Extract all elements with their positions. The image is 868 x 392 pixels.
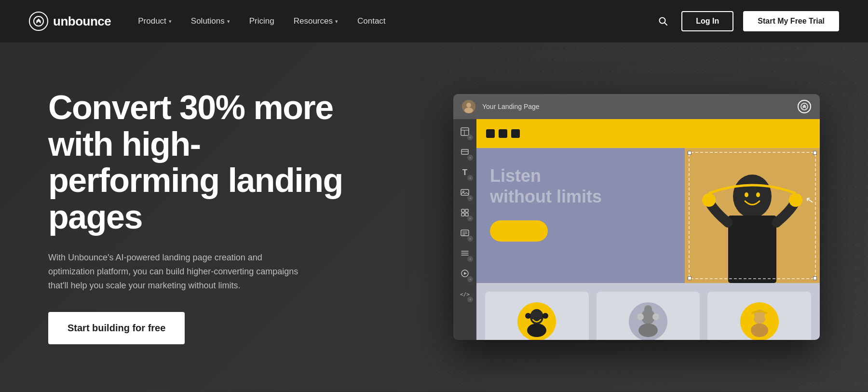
svg-rect-15 xyxy=(461,213,464,216)
svg-point-47 xyxy=(749,313,755,319)
svg-rect-13 xyxy=(461,209,464,212)
svg-point-35 xyxy=(527,324,546,337)
card-avatar-3 xyxy=(740,302,779,340)
lp-image-area xyxy=(685,148,820,283)
builder-body: + + T + xyxy=(453,119,820,340)
svg-point-3 xyxy=(466,103,471,108)
svg-rect-11 xyxy=(461,189,469,195)
selection-handle-bl xyxy=(688,276,692,280)
svg-rect-9 xyxy=(461,149,468,154)
lp-card-1 xyxy=(485,292,589,340)
logo-icon xyxy=(29,12,48,31)
chevron-down-icon: ▾ xyxy=(227,18,230,25)
lp-cards-row xyxy=(476,283,820,340)
svg-point-40 xyxy=(638,324,658,337)
lp-dot-2 xyxy=(499,129,507,138)
selection-handle-tr xyxy=(813,151,817,155)
lp-headline: Listen without limits xyxy=(490,165,671,207)
selection-handle-br xyxy=(813,276,817,280)
card-avatar-2 xyxy=(629,302,667,340)
nav-links: Product ▾ Solutions ▾ Pricing Resources … xyxy=(130,13,393,30)
nav-link-pricing[interactable]: Pricing xyxy=(242,13,282,30)
svg-point-41 xyxy=(644,305,652,313)
nav-link-contact[interactable]: Contact xyxy=(350,13,393,30)
hero-description: With Unbounce's AI-powered landing page … xyxy=(48,251,309,292)
image-selection-box xyxy=(689,152,816,279)
lp-cta-button[interactable] xyxy=(490,220,548,242)
logo[interactable]: unbounce xyxy=(29,12,111,31)
tool-video[interactable]: + xyxy=(456,265,474,283)
tool-form[interactable]: + xyxy=(456,224,474,243)
nav-link-product[interactable]: Product ▾ xyxy=(130,13,179,30)
tool-section[interactable]: + xyxy=(456,143,474,162)
navbar: unbounce Product ▾ Solutions ▾ Pricing R… xyxy=(0,0,868,42)
hero-section: Convert 30% more with high-performing la… xyxy=(0,42,868,392)
lp-yellow-bar xyxy=(476,119,820,148)
window-title: Your Landing Page xyxy=(482,103,791,110)
window-logo-icon xyxy=(798,100,811,113)
svg-marker-25 xyxy=(464,272,467,275)
svg-point-48 xyxy=(764,313,770,319)
lp-dot-1 xyxy=(486,129,495,138)
card-avatar-1 xyxy=(517,302,556,340)
window-titlebar: Your Landing Page xyxy=(453,94,820,119)
tool-code[interactable]: </> + xyxy=(456,285,474,303)
chevron-down-icon: ▾ xyxy=(169,18,172,25)
svg-point-42 xyxy=(637,313,644,320)
logo-wordmark: unbounce xyxy=(53,14,111,29)
login-button[interactable]: Log In xyxy=(681,11,733,31)
svg-point-4 xyxy=(464,108,473,113)
svg-point-46 xyxy=(751,324,768,337)
search-button[interactable] xyxy=(654,13,672,30)
svg-point-43 xyxy=(652,313,659,320)
svg-point-37 xyxy=(542,313,548,319)
tool-widget[interactable]: + xyxy=(456,204,474,222)
nav-right: Log In Start My Free Trial xyxy=(654,11,839,31)
nav-link-resources[interactable]: Resources ▾ xyxy=(286,13,346,30)
svg-point-36 xyxy=(525,313,531,319)
start-free-button[interactable]: Start building for free xyxy=(48,312,185,344)
lp-dot-3 xyxy=(511,129,520,138)
nav-left: unbounce Product ▾ Solutions ▾ Pricing R… xyxy=(29,12,393,31)
chevron-down-icon: ▾ xyxy=(335,18,338,25)
svg-rect-14 xyxy=(465,209,468,212)
tool-text[interactable]: T + xyxy=(456,163,474,182)
tool-nav[interactable]: + xyxy=(456,244,474,263)
tool-image[interactable]: + xyxy=(456,184,474,202)
builder-toolbar: + + T + xyxy=(453,119,476,340)
tool-layout[interactable]: + xyxy=(456,123,474,141)
builder-canvas: Listen without limits xyxy=(476,119,820,340)
svg-rect-16 xyxy=(465,213,468,216)
nav-link-solutions[interactable]: Solutions ▾ xyxy=(183,13,238,30)
lp-card-2 xyxy=(597,292,700,340)
lp-card-3 xyxy=(707,292,811,340)
hero-visual: Your Landing Page xyxy=(347,94,839,340)
selection-handle-tl xyxy=(688,151,692,155)
hero-title: Convert 30% more with high-performing la… xyxy=(48,90,347,235)
svg-line-2 xyxy=(665,23,667,25)
hero-content: Convert 30% more with high-performing la… xyxy=(48,90,347,344)
lp-text-area: Listen without limits xyxy=(476,148,685,283)
avatar xyxy=(462,100,475,113)
svg-rect-6 xyxy=(461,128,469,135)
start-trial-button[interactable]: Start My Free Trial xyxy=(743,11,839,31)
builder-window: Your Landing Page xyxy=(453,94,820,340)
lp-main: Listen without limits xyxy=(476,148,820,283)
